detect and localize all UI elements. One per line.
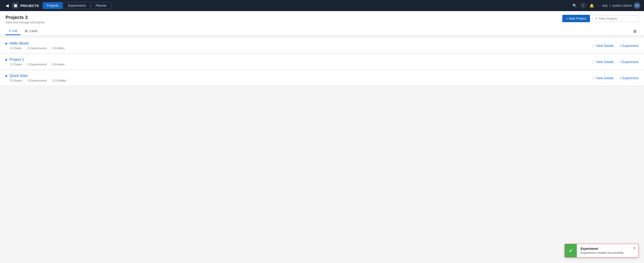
- table-row: ▶ Project 1 0 Chains 0 Experiments 0 Ent…: [0, 54, 644, 70]
- project-experiments: 0 Experiments: [28, 63, 47, 66]
- tab-list[interactable]: ≡ List: [6, 27, 20, 35]
- nav-divider2: |: [610, 4, 610, 8]
- back-button[interactable]: ◀: [4, 2, 10, 9]
- filter-icon: ▼: [595, 17, 598, 20]
- view-details-label: View Details: [596, 44, 614, 48]
- add-experiment-label: + Experiment: [619, 60, 638, 64]
- nav-right: 🔍 ? 🔔 | esp | system admin SA: [572, 2, 640, 9]
- page-title-group: Projects 3 View and manage all projects: [6, 15, 45, 24]
- cards-icon: ⊞: [25, 29, 28, 33]
- project-name[interactable]: Quick Start: [10, 74, 28, 78]
- add-experiment-button[interactable]: + Experiment: [619, 60, 638, 64]
- page-title: Projects 3: [6, 15, 45, 20]
- project-experiments: 0 Experiments: [28, 47, 47, 50]
- project-entities: 12 Entities: [52, 79, 66, 82]
- project-left: ▶ Project 1 0 Chains 0 Experiments 0 Ent…: [6, 58, 65, 66]
- toast-title: Experiment: [580, 247, 627, 250]
- logo-icon: ▦: [12, 3, 18, 9]
- project-meta: 0 Chains 0 Experiments 0 Entities: [10, 63, 65, 66]
- table-row: ▶ Quick Start 0 Chains 3 Experiments 12 …: [0, 71, 644, 86]
- project-name-row: ▶ Quick Start: [6, 74, 66, 78]
- right-panel-icon[interactable]: ▦: [631, 28, 638, 35]
- add-experiment-label: + Experiment: [619, 44, 638, 48]
- project-name-row: ▶ Project 1: [6, 58, 65, 62]
- view-tabs-row: ≡ List ⊞ Cards ▦: [6, 27, 638, 35]
- new-project-button[interactable]: + New Project: [562, 15, 590, 22]
- project-actions: ⬚ View Details + Experiment: [592, 44, 638, 48]
- nav-divider: |: [598, 4, 599, 8]
- project-entities: 0 Entities: [52, 63, 64, 66]
- nav-tab-experiments[interactable]: Experiments: [64, 2, 90, 9]
- table-row: ▶ Hello World 0 Chains 0 Experiments 0 E…: [0, 38, 644, 53]
- view-tabs: ≡ List ⊞ Cards: [6, 27, 41, 35]
- list-icon: ≡: [9, 29, 11, 33]
- view-details-button[interactable]: ⬚ View Details: [592, 60, 614, 64]
- expand-icon[interactable]: ▶: [6, 58, 8, 61]
- page: Projects 3 View and manage all projects …: [0, 11, 644, 263]
- project-left: ▶ Quick Start 0 Chains 3 Experiments 12 …: [6, 74, 66, 82]
- project-chains: 0 Chains: [10, 79, 22, 82]
- view-details-icon: ⬚: [592, 76, 595, 80]
- view-details-label: View Details: [596, 60, 614, 64]
- nav-username: system admin: [612, 4, 632, 8]
- project-name-row: ▶ Hello World: [6, 41, 65, 46]
- nav-logo: ▦ PROJECTS: [12, 3, 39, 9]
- add-experiment-label: + Experiment: [619, 76, 638, 80]
- search-icon[interactable]: 🔍: [572, 4, 577, 8]
- avatar-initials: SA: [635, 4, 639, 7]
- project-chains: 0 Chains: [10, 47, 22, 50]
- page-header: Projects 3 View and manage all projects …: [0, 11, 644, 35]
- project-experiments: 3 Experiments: [28, 79, 47, 82]
- nav-tab-projects[interactable]: Projects: [43, 2, 63, 9]
- help-icon[interactable]: ?: [581, 3, 586, 8]
- project-actions: ⬚ View Details + Experiment: [592, 76, 638, 80]
- filter-input-wrap: ▼: [592, 15, 638, 22]
- add-experiment-button[interactable]: + Experiment: [619, 44, 638, 48]
- view-details-label: View Details: [596, 76, 614, 80]
- toast: ✔ Experiment Experiment created successf…: [564, 244, 638, 257]
- page-header-top: Projects 3 View and manage all projects …: [6, 15, 638, 27]
- filter-projects-input[interactable]: [599, 17, 636, 20]
- project-list: ▶ Hello World 0 Chains 0 Experiments 0 E…: [0, 38, 644, 86]
- toast-icon-bar: ✔: [565, 244, 577, 257]
- logo-text: PROJECTS: [20, 4, 39, 8]
- expand-icon[interactable]: ▶: [6, 74, 8, 77]
- project-chains: 0 Chains: [10, 63, 22, 66]
- view-details-icon: ⬚: [592, 44, 595, 47]
- toast-message: Experiment created successfully: [580, 251, 627, 254]
- top-nav: ◀ ▦ PROJECTS Projects Experiments Planne…: [0, 0, 644, 11]
- back-icon: ◀: [6, 3, 9, 8]
- view-details-icon: ⬚: [592, 60, 595, 64]
- project-meta: 0 Chains 0 Experiments 0 Entities: [10, 47, 65, 50]
- toast-check-icon: ✔: [569, 248, 573, 253]
- tab-cards[interactable]: ⊞ Cards: [22, 27, 41, 35]
- toast-body: Experiment Experiment created successful…: [577, 244, 630, 257]
- list-tab-label: List: [12, 29, 17, 33]
- project-actions: ⬚ View Details + Experiment: [592, 60, 638, 64]
- add-experiment-button[interactable]: + Experiment: [619, 76, 638, 80]
- nav-tabs: Projects Experiments Planner: [43, 2, 111, 9]
- nav-tab-planner[interactable]: Planner: [91, 2, 111, 9]
- project-name[interactable]: Project 1: [10, 58, 24, 62]
- project-left: ▶ Hello World 0 Chains 0 Experiments 0 E…: [6, 41, 65, 50]
- bell-icon[interactable]: 🔔: [590, 4, 594, 8]
- expand-icon[interactable]: ▶: [6, 42, 8, 45]
- view-details-button[interactable]: ⬚ View Details: [592, 44, 614, 48]
- toast-close-button[interactable]: ✕: [630, 244, 638, 252]
- project-name[interactable]: Hello World: [10, 41, 28, 46]
- cards-tab-label: Cards: [29, 29, 38, 33]
- view-details-button[interactable]: ⬚ View Details: [592, 76, 614, 80]
- page-header-actions: + New Project ▼: [562, 15, 638, 22]
- nav-lang: esp: [602, 4, 608, 8]
- project-meta: 0 Chains 3 Experiments 12 Entities: [10, 79, 66, 82]
- nav-user: esp | system admin SA: [602, 2, 640, 9]
- project-entities: 0 Entities: [52, 47, 64, 50]
- page-subtitle: View and manage all projects: [6, 21, 45, 24]
- avatar[interactable]: SA: [634, 2, 640, 9]
